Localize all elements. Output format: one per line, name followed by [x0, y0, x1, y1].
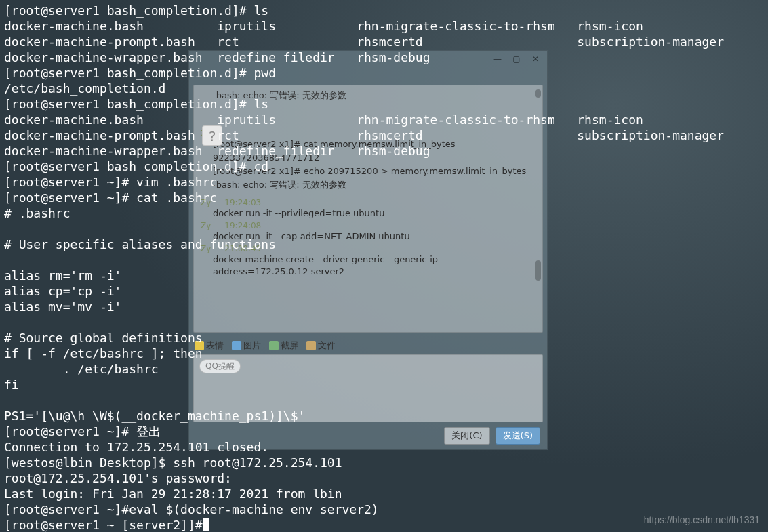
terminal-line: alias mv='mv -i'	[4, 300, 121, 314]
terminal-line: [root@server1 ~]# 登出	[4, 424, 161, 438]
terminal-line: docker-machine-wrapper.bash redefine_fil…	[4, 50, 430, 64]
terminal-line: docker-machine.bash iprutils rhn-migrate…	[4, 19, 643, 33]
terminal-line: /etc/bash_completion.d	[4, 81, 165, 96]
terminal-line: alias cp='cp -i'	[4, 284, 121, 298]
terminal-line: [root@server1 bash_completion.d]# pwd	[4, 66, 276, 80]
terminal-line: [westos@lbin Desktop]$ ssh root@172.25.2…	[4, 455, 342, 470]
terminal-cursor	[203, 518, 209, 531]
terminal-line: # User specific aliases and functions	[4, 237, 276, 251]
terminal-line: if [ -f /etc/bashrc ]; then	[4, 346, 203, 361]
terminal-line: alias rm='rm -i'	[4, 268, 121, 283]
terminal-line: [root@server1 bash_completion.d]# ls	[4, 97, 268, 111]
terminal-line: [root@server1 ~ [server2]]#	[4, 518, 203, 532]
watermark: https://blog.csdn.net/lb1331	[644, 514, 760, 525]
terminal-line: [root@server1 ~]# vim .bashrc	[4, 175, 217, 189]
terminal-line: # Source global definitions	[4, 331, 203, 345]
terminal-line: [root@server1 ~]# cat .bashrc	[4, 190, 217, 205]
terminal-line: root@172.25.254.101's password:	[4, 471, 232, 485]
terminal-line: fi	[4, 377, 19, 392]
terminal-line: Connection to 172.25.254.101 closed.	[4, 440, 268, 454]
terminal-line: # .bashrc	[4, 206, 70, 220]
terminal-line: [root@server1 bash_completion.d]# cd	[4, 159, 268, 173]
terminal-line: docker-machine.bash iprutils rhn-migrate…	[4, 112, 643, 127]
terminal-line: . /etc/bashrc	[4, 362, 159, 376]
terminal-line: docker-machine-prompt.bash rct rhsmcertd…	[4, 35, 724, 49]
terminal-line: docker-machine-wrapper.bash redefine_fil…	[4, 144, 430, 158]
terminal-output[interactable]: [root@server1 bash_completion.d]# ls doc…	[0, 0, 768, 532]
terminal-line: PS1='[\u@\h \W$(__docker_machine_ps1)]\$…	[4, 409, 305, 423]
terminal-line: [root@server1 ~]#eval $(docker-machine e…	[4, 502, 379, 516]
terminal-line: docker-machine-prompt.bash rct rhsmcertd…	[4, 128, 724, 142]
terminal-line: [root@server1 bash_completion.d]# ls	[4, 3, 268, 18]
terminal-line: Last login: Fri Jan 29 21:28:17 2021 fro…	[4, 487, 342, 501]
